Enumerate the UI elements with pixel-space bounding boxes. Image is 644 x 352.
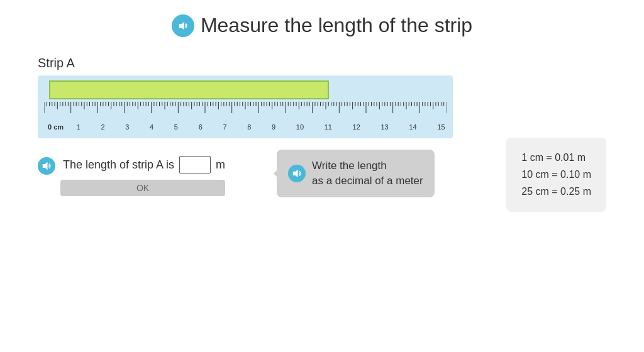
svg-rect-95: [296, 102, 297, 106]
svg-rect-123: [371, 102, 372, 106]
svg-rect-148: [438, 102, 439, 106]
svg-rect-69: [226, 102, 227, 106]
svg-rect-7: [60, 102, 60, 106]
svg-rect-138: [411, 102, 412, 106]
svg-rect-60: [202, 102, 203, 106]
svg-rect-80: [256, 102, 257, 106]
header-speaker-icon[interactable]: [172, 14, 194, 37]
ruler-number-3: 3: [125, 123, 129, 131]
svg-rect-92: [288, 102, 289, 106]
tooltip-text: Write the length as a decimal of a meter: [312, 158, 423, 189]
svg-rect-42: [153, 102, 154, 106]
svg-rect-108: [331, 102, 331, 106]
svg-rect-149: [441, 102, 441, 106]
svg-rect-3: [49, 102, 50, 106]
svg-rect-31: [125, 102, 125, 113]
svg-rect-125: [377, 102, 377, 106]
svg-rect-49: [172, 102, 173, 106]
svg-marker-153: [293, 170, 298, 177]
svg-rect-22: [100, 102, 101, 106]
svg-rect-86: [272, 102, 272, 109]
svg-rect-30: [121, 102, 122, 106]
green-strip: [49, 80, 329, 99]
svg-rect-71: [231, 102, 232, 113]
svg-rect-38: [143, 102, 143, 106]
svg-rect-1: [44, 102, 45, 113]
svg-rect-88: [277, 102, 278, 106]
svg-rect-45: [162, 102, 162, 106]
svg-rect-62: [208, 102, 208, 106]
svg-rect-82: [261, 102, 262, 106]
svg-rect-70: [229, 102, 230, 106]
svg-rect-67: [221, 102, 221, 106]
svg-rect-11: [70, 102, 71, 113]
svg-rect-110: [336, 102, 337, 106]
answer-input[interactable]: [179, 156, 211, 173]
svg-rect-8: [62, 102, 63, 106]
tooltip-speaker-graphic: [292, 169, 302, 178]
svg-rect-98: [304, 102, 304, 106]
svg-rect-66: [218, 102, 219, 109]
svg-rect-112: [341, 102, 342, 106]
svg-rect-17: [87, 102, 87, 106]
svg-rect-130: [390, 102, 391, 106]
instruction-text-prefix: The length of strip A is: [63, 158, 174, 172]
ruler-number-10: 10: [296, 123, 304, 131]
ruler-number-1: 1: [77, 123, 80, 131]
svg-rect-25: [108, 102, 109, 106]
svg-rect-101: [312, 102, 313, 113]
svg-rect-139: [414, 102, 414, 106]
ruler-container: 0 cm123456789101112131415: [38, 75, 453, 138]
svg-rect-74: [240, 102, 240, 106]
svg-rect-142: [422, 102, 423, 106]
ruler-ticks: [44, 102, 447, 121]
svg-rect-77: [248, 102, 248, 106]
tooltip-speaker-icon[interactable]: [288, 165, 306, 182]
svg-rect-146: [433, 102, 433, 109]
svg-rect-24: [106, 102, 106, 106]
svg-marker-152: [43, 162, 48, 170]
svg-rect-151: [447, 102, 447, 113]
svg-rect-33: [130, 102, 130, 106]
page-header: Measure the length of the strip: [0, 0, 644, 37]
svg-rect-145: [430, 102, 431, 106]
svg-rect-134: [401, 102, 401, 106]
page-title: Measure the length of the strip: [201, 14, 472, 37]
svg-rect-91: [286, 102, 286, 113]
svg-rect-63: [210, 102, 211, 106]
svg-rect-16: [84, 102, 85, 109]
instruction-speaker-icon[interactable]: [38, 157, 55, 175]
svg-rect-141: [419, 102, 420, 113]
svg-rect-52: [180, 102, 181, 106]
svg-rect-103: [318, 102, 318, 106]
svg-rect-34: [132, 102, 133, 106]
ruler-number-11: 11: [325, 123, 332, 131]
svg-rect-144: [428, 102, 428, 106]
svg-rect-64: [213, 102, 213, 106]
svg-rect-48: [170, 102, 170, 106]
svg-rect-5: [55, 102, 55, 106]
svg-rect-57: [194, 102, 194, 106]
svg-rect-104: [320, 102, 321, 106]
svg-rect-61: [205, 102, 206, 113]
svg-rect-73: [237, 102, 238, 106]
svg-rect-87: [274, 102, 275, 106]
svg-rect-37: [140, 102, 141, 106]
svg-rect-143: [425, 102, 425, 106]
ok-button[interactable]: OK: [60, 180, 225, 196]
svg-rect-29: [119, 102, 119, 106]
ruler-number-5: 5: [174, 123, 178, 131]
svg-rect-23: [103, 102, 103, 106]
svg-rect-55: [189, 102, 189, 106]
svg-rect-18: [89, 102, 90, 106]
svg-rect-90: [282, 102, 283, 106]
svg-rect-6: [57, 102, 58, 109]
svg-rect-128: [384, 102, 385, 106]
svg-rect-121: [366, 102, 367, 113]
svg-rect-97: [301, 102, 302, 106]
svg-rect-28: [116, 102, 117, 106]
svg-rect-19: [92, 102, 92, 106]
svg-rect-2: [47, 102, 47, 106]
svg-rect-114: [347, 102, 348, 106]
strip-label: Strip A: [38, 56, 606, 70]
